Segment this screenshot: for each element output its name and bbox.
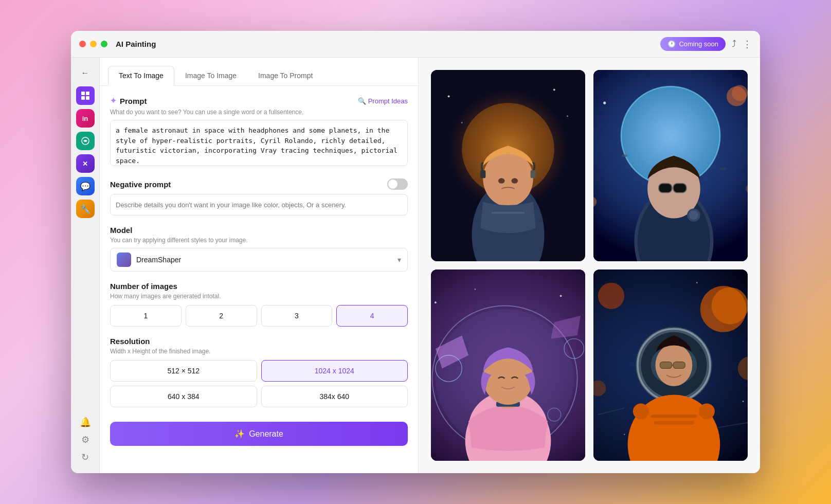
tab-image-to-prompt[interactable]: Image To Prompt [247,66,323,85]
image-content-3 [431,269,585,461]
svg-rect-28 [659,184,672,193]
svg-rect-29 [673,184,687,193]
app-title: AI Painting [116,40,156,48]
sidebar: ← in ✕ 💬 [71,58,100,473]
resolution-description: Width x Height of the finished image. [110,348,408,355]
svg-rect-0 [81,92,85,95]
svg-point-57 [560,295,562,297]
chevron-down-icon: ▾ [398,256,401,264]
share-icon[interactable]: ⤴ [732,39,736,49]
prompt-title: ✦ Prompt [110,96,147,105]
negative-prompt-input[interactable] [110,194,408,215]
refresh-icon[interactable]: ↻ [81,452,89,463]
generated-image-1[interactable] [431,70,585,261]
num-images-2[interactable]: 2 [186,305,257,327]
maximize-button[interactable] [101,41,107,47]
svg-point-81 [743,401,744,402]
svg-point-33 [603,102,606,104]
sidebar-back-button[interactable]: ← [76,64,95,82]
model-thumbnail [117,253,131,267]
num-images-section: Number of images How many images are gen… [110,282,408,327]
prompt-header: ✦ Prompt 🔍 Prompt Ideas [110,96,408,105]
num-images-1[interactable]: 1 [110,305,182,327]
svg-rect-72 [651,415,697,418]
svg-point-17 [461,122,463,123]
num-images-4[interactable]: 4 [336,305,408,327]
negative-prompt-section: Negative prompt [110,178,408,215]
svg-point-39 [720,168,727,170]
svg-point-54 [435,301,437,303]
res-1024[interactable]: 1024 x 1024 [261,360,408,382]
num-images-grid: 1 2 3 4 [110,305,408,327]
res-384x640[interactable]: 384x 640 [261,386,408,407]
generated-image-4[interactable] [593,269,748,461]
prompt-section: ✦ Prompt 🔍 Prompt Ideas What do you want… [110,96,408,168]
svg-rect-75 [660,362,672,369]
settings-icon[interactable]: ⚙ [81,434,89,445]
traffic-lights [79,41,107,47]
form-area: ✦ Prompt 🔍 Prompt Ideas What do you want… [100,86,418,456]
model-description: You can try applying different styles to… [110,237,408,244]
sidebar-item-linkedin[interactable]: in [76,109,95,128]
sidebar-item-tools[interactable]: 🔧 [76,200,95,218]
svg-point-16 [567,116,568,117]
notifications-icon[interactable]: 🔔 [80,417,91,428]
generate-button[interactable]: ✨ Generate [110,422,408,446]
image-content-1 [431,70,585,261]
tabs: Text To Image Image To Image Image To Pr… [100,58,418,86]
svg-rect-73 [654,421,694,424]
coming-soon-label: Coming soon [679,40,718,48]
svg-point-15 [448,95,450,97]
resolution-title: Resolution [110,337,408,346]
titlebar-actions: 🕐 Coming soon ⤴ ⋮ [660,37,752,51]
svg-point-82 [696,282,698,283]
sidebar-item-chatgpt[interactable] [76,132,95,150]
resolution-grid: 512 × 512 1024 x 1024 640 x 384 384x 640 [110,360,408,407]
svg-point-79 [699,403,715,419]
star-icon: ✦ [110,96,117,105]
negative-prompt-title: Negative prompt [110,180,171,189]
sidebar-top: ← in ✕ 💬 [76,64,95,417]
coming-soon-badge: 🕐 Coming soon [660,37,726,51]
svg-point-62 [598,283,624,309]
num-images-3[interactable]: 3 [261,305,333,327]
prompt-description: What do you want to see? You can use a s… [110,109,408,116]
sidebar-item-chat[interactable]: 💬 [76,177,95,195]
res-640x384[interactable]: 640 x 384 [110,386,257,407]
more-icon[interactable]: ⋮ [743,39,752,50]
close-button[interactable] [79,41,86,47]
tab-text-to-image[interactable]: Text To Image [108,66,174,86]
svg-rect-1 [86,92,89,95]
num-images-description: How many images are generated intotal. [110,293,408,300]
model-select-dropdown[interactable]: DreamShaper ▾ [110,248,408,272]
left-panel: Text To Image Image To Image Image To Pr… [100,58,419,473]
svg-point-35 [732,85,748,101]
svg-point-78 [633,403,649,419]
svg-rect-3 [86,96,89,100]
generated-image-2[interactable] [593,70,748,261]
svg-rect-11 [531,170,536,178]
prompt-input[interactable]: a female astronaut in space with headpho… [110,120,408,166]
generated-image-3[interactable] [431,269,585,461]
svg-point-12 [498,178,505,183]
svg-point-32 [689,210,698,220]
main-layout: ← in ✕ 💬 [71,58,760,473]
toggle-knob [388,179,398,189]
minimize-button[interactable] [90,41,97,47]
tab-image-to-image[interactable]: Image To Image [174,66,247,85]
resolution-section: Resolution Width x Height of the finishe… [110,337,408,407]
negative-prompt-toggle[interactable] [387,178,408,190]
image-grid [419,58,760,473]
prompt-ideas-button[interactable]: 🔍 Prompt Ideas [358,97,408,105]
sidebar-item-xmind[interactable]: ✕ [76,154,95,173]
app-window: AI Painting 🕐 Coming soon ⤴ ⋮ ← [71,31,760,473]
image-content-2 [593,70,748,261]
svg-rect-10 [480,170,485,178]
svg-point-38 [622,154,627,157]
res-512[interactable]: 512 × 512 [110,360,257,382]
sparkle-icon: ✨ [234,429,245,439]
content-area: Text To Image Image To Image Image To Pr… [100,58,760,473]
svg-rect-14 [492,212,525,214]
sidebar-item-grid[interactable] [76,86,95,105]
svg-point-13 [511,178,518,183]
